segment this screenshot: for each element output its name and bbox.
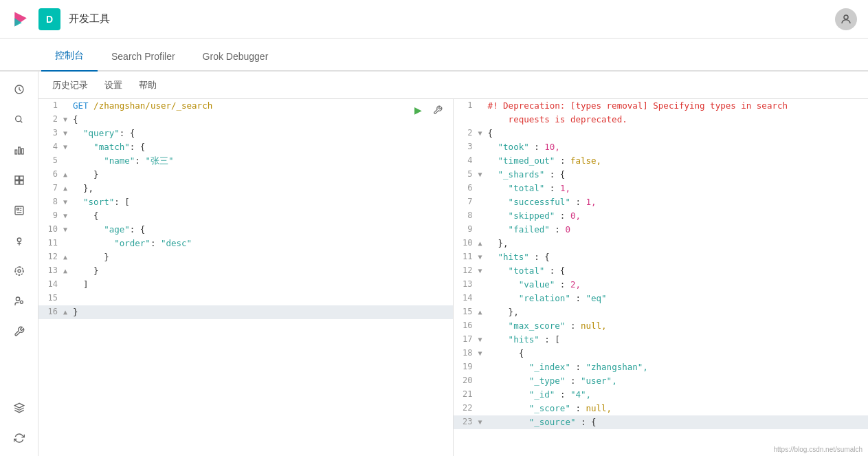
code-content: GET /zhangshan/user/_search bbox=[73, 99, 453, 113]
code-content: "sort": [ bbox=[73, 195, 453, 209]
svg-point-12 bbox=[17, 238, 21, 241]
nav-icon-dashboard[interactable] bbox=[7, 168, 32, 193]
line-number: 13 bbox=[454, 278, 478, 291]
fold-indicator: ▲ bbox=[478, 305, 488, 318]
left-code-editor[interactable]: 1 GET /zhangshan/user/_search2▼{3▼ "quer… bbox=[38, 99, 453, 456]
fold-indicator[interactable]: ▼ bbox=[63, 127, 73, 139]
code-content: "_score" : null, bbox=[488, 402, 869, 415]
code-content: "skipped" : 0, bbox=[488, 209, 869, 223]
line-number: 8 bbox=[454, 209, 478, 222]
fold-indicator: ▼ bbox=[478, 264, 488, 276]
code-content: { bbox=[73, 209, 453, 223]
nav-icon-devtools[interactable] bbox=[7, 319, 32, 344]
fold-indicator[interactable]: ▲ bbox=[63, 264, 73, 276]
line-number: 13 bbox=[38, 264, 63, 277]
line-number: 2 bbox=[38, 113, 63, 126]
nav-icon-sync[interactable] bbox=[7, 426, 32, 450]
right-code-editor: 1 #! Deprecation: [types removal] Specif… bbox=[454, 99, 869, 456]
code-content: "hits" : { bbox=[488, 250, 869, 264]
editor-action-buttons: ▶ bbox=[412, 103, 445, 117]
line-number: 2 bbox=[454, 127, 478, 140]
line-number: 3 bbox=[38, 127, 63, 140]
fold-indicator: ▼ bbox=[478, 168, 488, 180]
code-content: "age": { bbox=[73, 223, 453, 237]
line-number: 10 bbox=[38, 223, 63, 236]
nav-icon-maps[interactable] bbox=[7, 228, 32, 253]
code-content: "_id" : "4", bbox=[488, 388, 869, 402]
svg-point-16 bbox=[20, 301, 23, 303]
svg-rect-4 bbox=[15, 150, 17, 154]
line-number: 11 bbox=[38, 237, 63, 250]
code-content: "_index" : "zhangshan", bbox=[488, 360, 869, 374]
fold-indicator[interactable]: ▼ bbox=[63, 113, 73, 125]
line-number: 9 bbox=[454, 223, 478, 236]
line-number: 21 bbox=[454, 388, 478, 401]
line-number: 14 bbox=[38, 278, 63, 291]
fold-indicator[interactable]: ▲ bbox=[63, 182, 73, 194]
watermark: https://blog.csdn.net/sumalch bbox=[773, 446, 863, 453]
fold-indicator[interactable]: ▲ bbox=[63, 305, 73, 318]
code-content: { bbox=[488, 347, 869, 360]
line-number: 23 bbox=[454, 415, 478, 428]
fold-indicator[interactable]: ▼ bbox=[63, 140, 73, 153]
nav-icon-clock[interactable] bbox=[7, 77, 32, 102]
fold-indicator[interactable]: ▲ bbox=[63, 250, 73, 263]
user-menu-icon[interactable] bbox=[835, 8, 857, 30]
fold-indicator[interactable]: ▲ bbox=[63, 168, 73, 180]
line-number: 12 bbox=[38, 250, 63, 263]
tab-grok-debugger[interactable]: Grok Debugger bbox=[189, 43, 282, 72]
tab-search-profiler[interactable]: Search Profiler bbox=[98, 43, 189, 72]
line-number: 7 bbox=[454, 195, 478, 208]
code-content: "order": "desc" bbox=[73, 237, 453, 250]
svg-rect-7 bbox=[15, 176, 19, 180]
code-content: }, bbox=[73, 182, 453, 195]
svg-point-15 bbox=[16, 297, 19, 301]
svg-rect-6 bbox=[21, 149, 23, 154]
left-editor-pane: ▶ 1 GET /zhangshan/user/_search2▼{3▼ "qu… bbox=[38, 99, 454, 456]
code-content: "value" : 2, bbox=[488, 278, 869, 292]
history-button[interactable]: 历史记录 bbox=[49, 76, 91, 94]
nav-icon-visualize[interactable] bbox=[7, 138, 32, 162]
nav-icon-search[interactable] bbox=[7, 107, 32, 132]
line-number: 5 bbox=[38, 154, 63, 167]
code-content: "max_score" : null, bbox=[488, 319, 869, 333]
fold-indicator[interactable]: ▼ bbox=[63, 209, 73, 221]
editor-toolbar: 历史记录 设置 帮助 bbox=[38, 72, 868, 99]
code-content: "took" : 10, bbox=[488, 140, 869, 154]
code-content: } bbox=[73, 168, 453, 182]
code-content: "_shards" : { bbox=[488, 168, 869, 182]
nav-icon-stack[interactable] bbox=[7, 395, 32, 420]
code-content: ] bbox=[73, 278, 453, 292]
line-number: 9 bbox=[38, 209, 63, 222]
code-content: "timed_out" : false, bbox=[488, 154, 869, 168]
tab-bar: 控制台 Search Profiler Grok Debugger bbox=[0, 39, 868, 72]
line-number: 7 bbox=[38, 182, 63, 195]
code-content: { bbox=[488, 127, 869, 140]
line-number: 19 bbox=[454, 360, 478, 373]
fold-indicator[interactable]: ▼ bbox=[63, 223, 73, 235]
nav-icon-apm[interactable] bbox=[7, 289, 32, 314]
app-title: 开发工具 bbox=[69, 12, 827, 25]
svg-rect-10 bbox=[19, 181, 23, 184]
line-number: 18 bbox=[454, 347, 478, 360]
line-number: 8 bbox=[38, 195, 63, 208]
run-button[interactable]: ▶ bbox=[412, 103, 425, 117]
code-content: } bbox=[73, 264, 453, 278]
line-number: 1 bbox=[454, 99, 478, 112]
fold-indicator[interactable]: ▼ bbox=[63, 195, 73, 208]
line-number: 4 bbox=[38, 140, 63, 153]
fold-indicator: ▼ bbox=[478, 347, 488, 359]
help-button[interactable]: 帮助 bbox=[136, 76, 159, 94]
svg-point-14 bbox=[15, 267, 23, 275]
nav-icon-ml[interactable] bbox=[7, 259, 32, 283]
app-header: D 开发工具 bbox=[0, 0, 868, 39]
line-number: 6 bbox=[38, 168, 63, 181]
fold-indicator: ▼ bbox=[478, 333, 488, 345]
left-nav bbox=[0, 72, 38, 456]
settings-button[interactable]: 设置 bbox=[102, 76, 125, 94]
wrench-button[interactable] bbox=[431, 103, 445, 117]
line-number: 16 bbox=[38, 305, 63, 318]
tab-console[interactable]: 控制台 bbox=[41, 41, 98, 72]
nav-icon-canvas[interactable] bbox=[7, 198, 32, 223]
code-content: "match": { bbox=[73, 140, 453, 154]
